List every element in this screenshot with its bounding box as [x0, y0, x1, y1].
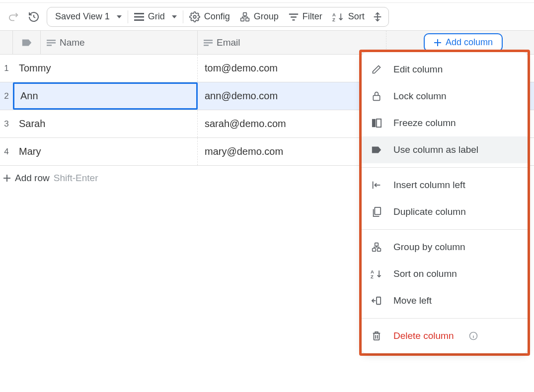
menu-item-label: Edit column: [393, 64, 443, 75]
svg-rect-0: [134, 13, 144, 14]
svg-rect-14: [47, 45, 52, 46]
menu-item-label: Sort on column: [393, 268, 457, 279]
menu-item-label: Duplicate column: [393, 206, 466, 217]
sort-label: Sort: [348, 11, 365, 22]
add-column-label: Add column: [446, 37, 493, 48]
add-row-shortcut: Shift-Enter: [54, 173, 98, 184]
insert-left-icon: [371, 179, 382, 191]
menu-lock-column[interactable]: Lock column: [362, 83, 528, 110]
svg-rect-27: [377, 297, 381, 305]
saved-view-label: Saved View 1: [55, 11, 110, 22]
svg-rect-12: [47, 40, 56, 41]
svg-rect-8: [291, 16, 297, 18]
svg-rect-20: [377, 119, 381, 127]
menu-item-label: Freeze column: [393, 118, 456, 129]
svg-rect-9: [292, 19, 295, 21]
annotation-highlight: Edit column Lock column Freeze column Us…: [359, 50, 530, 356]
group-icon: [371, 241, 382, 253]
cell-name[interactable]: Mary: [13, 138, 198, 165]
cell-email[interactable]: mary@demo.com: [198, 138, 386, 165]
label-column-header[interactable]: [13, 31, 41, 54]
cell-name[interactable]: Sarah: [13, 110, 198, 137]
svg-rect-19: [372, 119, 376, 127]
menu-freeze-column[interactable]: Freeze column: [362, 110, 528, 136]
sort-button[interactable]: AZ Sort: [327, 8, 370, 25]
svg-rect-5: [240, 18, 244, 21]
row-height-button[interactable]: [370, 8, 385, 25]
menu-item-label: Use column as label: [393, 144, 478, 155]
toolbar-group: Saved View 1 Grid Config Group Filter AZ…: [47, 7, 389, 27]
group-button[interactable]: Group: [235, 8, 284, 25]
column-context-menu: Edit column Lock column Freeze column Us…: [362, 52, 528, 353]
svg-rect-24: [378, 249, 381, 252]
menu-delete-column[interactable]: Delete column: [362, 323, 528, 349]
freeze-icon: [371, 117, 382, 129]
menu-use-as-label[interactable]: Use column as label: [362, 136, 528, 163]
add-column-button[interactable]: Add column: [424, 33, 503, 52]
chevron-down-icon: [172, 15, 177, 18]
chevron-down-icon: [117, 15, 122, 18]
svg-rect-22: [375, 243, 379, 246]
cell-email[interactable]: tom@demo.com: [198, 55, 386, 82]
svg-text:Z: Z: [371, 274, 374, 279]
label-tag-icon: [21, 38, 32, 47]
toolbar: Saved View 1 Grid Config Group Filter AZ…: [0, 3, 534, 31]
sort-az-icon: AZ: [332, 12, 344, 22]
pencil-icon: [371, 64, 382, 75]
label-tag-icon: [371, 144, 382, 156]
row-height-icon: [373, 11, 382, 22]
row-number: 3: [0, 119, 13, 129]
menu-group-by[interactable]: Group by column: [362, 234, 528, 261]
layout-label: Grid: [148, 11, 165, 22]
sort-az-icon: AZ: [371, 268, 382, 280]
menu-edit-column[interactable]: Edit column: [362, 56, 528, 83]
svg-rect-13: [47, 42, 56, 44]
history-button[interactable]: [25, 8, 43, 26]
menu-sort-on[interactable]: AZ Sort on column: [362, 261, 528, 287]
menu-insert-left[interactable]: Insert column left: [362, 172, 528, 198]
saved-view-selector[interactable]: Saved View 1: [50, 8, 127, 25]
row-number: 2: [0, 91, 13, 101]
svg-rect-4: [243, 12, 246, 15]
menu-item-label: Insert column left: [393, 180, 465, 191]
cell-email[interactable]: sarah@demo.com: [198, 110, 386, 137]
menu-move-left[interactable]: Move left: [362, 287, 528, 314]
svg-rect-28: [374, 333, 380, 340]
filter-button[interactable]: Filter: [284, 8, 327, 25]
svg-rect-7: [289, 13, 298, 15]
svg-rect-18: [373, 95, 380, 100]
group-icon: [240, 12, 250, 22]
text-field-icon: [204, 39, 213, 46]
svg-text:Z: Z: [332, 16, 335, 21]
filter-icon: [289, 12, 299, 21]
column-header-name[interactable]: Name: [41, 31, 198, 54]
add-row-label: Add row: [15, 173, 50, 184]
column-header-name-label: Name: [60, 37, 85, 48]
plus-icon: [434, 39, 442, 47]
move-left-icon: [371, 295, 382, 307]
layout-selector[interactable]: Grid: [129, 8, 182, 25]
history-icon: [28, 11, 40, 23]
svg-rect-2: [134, 19, 144, 21]
config-label: Config: [204, 11, 230, 22]
trash-icon: [371, 330, 382, 342]
cell-name[interactable]: Ann: [13, 82, 198, 110]
column-header-email[interactable]: Email: [198, 31, 386, 54]
redo-button[interactable]: [5, 8, 23, 26]
config-button[interactable]: Config: [184, 8, 235, 25]
row-number: 1: [0, 64, 13, 73]
cell-name[interactable]: Tommy: [13, 55, 198, 82]
menu-item-label: Delete column: [393, 330, 454, 341]
column-header-email-label: Email: [217, 37, 240, 48]
row-number: 4: [0, 147, 13, 157]
menu-duplicate[interactable]: Duplicate column: [362, 198, 528, 225]
group-label: Group: [254, 11, 279, 22]
cell-email[interactable]: ann@demo.com: [198, 82, 386, 110]
menu-item-label: Group by column: [393, 242, 465, 253]
lock-icon: [371, 90, 382, 102]
gear-icon: [189, 11, 200, 22]
duplicate-icon: [371, 206, 382, 218]
svg-rect-15: [204, 40, 213, 41]
filter-label: Filter: [303, 11, 322, 22]
plus-icon: [3, 174, 11, 182]
